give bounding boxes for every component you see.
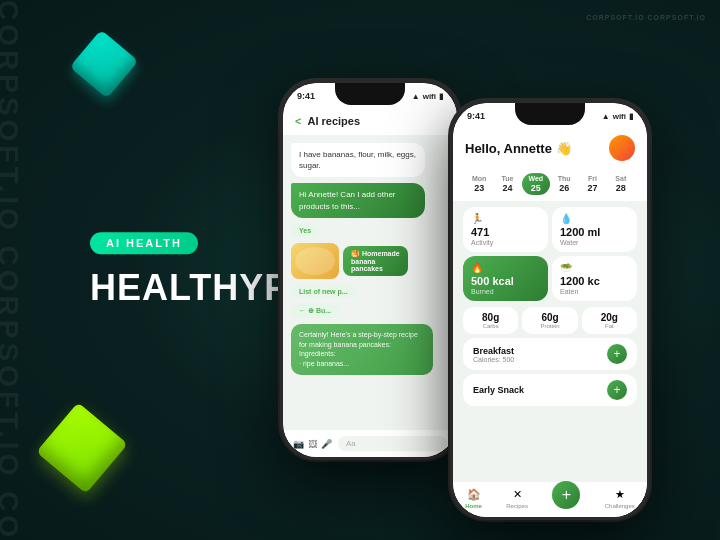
eaten-label: Eaten — [560, 288, 629, 295]
recipe-step-text: Certainly! Here's a step-by-step recipe … — [299, 331, 418, 367]
day-num-fri: 27 — [587, 183, 597, 193]
macros-row: 80g Carbs 60g Protein 20g Fat — [453, 307, 647, 338]
side-watermark: CORPSOFT.IO CORPSOFT.IO CORPSOFT.IO — [0, 0, 24, 540]
left-phone-screen: 9:41 ▲ wifi ▮ < AI recipes I have banana… — [283, 83, 457, 457]
camera-icon[interactable]: 📷 — [293, 439, 304, 449]
burned-label: Burned — [471, 288, 540, 295]
nav-add-button[interactable]: + — [552, 481, 580, 509]
chat-placeholder: Aa — [346, 439, 356, 448]
protein-label: Protein — [530, 323, 569, 329]
day-num-wed: 25 — [531, 183, 541, 193]
chat-bot-text: Hi Annette! Can I add other products to … — [299, 190, 396, 210]
recipe-step-card: Certainly! Here's a step-by-step recipe … — [291, 324, 433, 375]
day-num-mon: 23 — [474, 183, 484, 193]
breakfast-name: Breakfast — [473, 346, 514, 356]
recipes-header: < AI recipes — [283, 105, 457, 135]
fat-card: 20g Fat — [582, 307, 637, 334]
challenges-label: Challenges — [605, 503, 635, 509]
day-fri[interactable]: Fri 27 — [578, 173, 606, 195]
snack-info: Early Snack — [473, 385, 524, 395]
dashboard-header: Hello, Annette 👋 — [453, 125, 647, 169]
week-navigation: Mon 23 Tue 24 Wed 25 Thu 26 — [453, 169, 647, 201]
phone-notch-left — [335, 83, 405, 105]
protein-card: 60g Protein — [522, 307, 577, 334]
phone-notch-right — [515, 103, 585, 125]
home-icon: 🏠 — [467, 488, 481, 501]
nav-home[interactable]: 🏠 Home — [465, 488, 482, 509]
phones-container: 9:41 ▲ wifi ▮ < AI recipes I have banana… — [280, 20, 700, 520]
status-icons-left: ▲ wifi ▮ — [412, 92, 443, 101]
day-tue[interactable]: Tue 24 — [493, 173, 521, 195]
activity-icon: 🏃 — [471, 213, 540, 224]
day-mon[interactable]: Mon 23 — [465, 173, 493, 195]
activity-value: 471 — [471, 226, 540, 238]
back-button[interactable]: < — [295, 115, 301, 127]
recipes-screen: < AI recipes I have bananas, flour, milk… — [283, 105, 457, 457]
eaten-card: 🥗 1200 kc Eaten — [552, 256, 637, 301]
watermark-text: CORPSOFT.IO CORPSOFT.IO — [586, 14, 706, 21]
activity-card: 🏃 471 Activity — [463, 207, 548, 252]
recipes-icon: ✕ — [513, 488, 522, 501]
water-value: 1200 ml — [560, 226, 629, 238]
eaten-value: 1200 kc — [560, 275, 629, 287]
user-avatar[interactable] — [609, 135, 635, 161]
early-snack-card: Early Snack + — [463, 374, 637, 406]
nav-recipes[interactable]: ✕ Recipes — [506, 488, 528, 509]
list-products-button[interactable]: List of new p... — [291, 285, 356, 298]
ai-health-badge: AI HEALTH — [90, 232, 198, 254]
breakfast-card: Breakfast Calories: 500 + — [463, 338, 637, 370]
recipes-nav-label: Recipes — [506, 503, 528, 509]
fat-value: 20g — [590, 312, 629, 323]
day-name-sat: Sat — [615, 175, 626, 182]
battery-icon: ▮ — [439, 92, 443, 101]
activity-label: Activity — [471, 239, 540, 246]
bottom-navigation: 🏠 Home ✕ Recipes + ★ Challenges — [453, 482, 647, 517]
day-name-wed: Wed — [528, 175, 543, 182]
day-num-sat: 28 — [616, 183, 626, 193]
signal-icon: ▲ — [412, 92, 420, 101]
day-thu[interactable]: Thu 26 — [550, 173, 578, 195]
home-label: Home — [465, 503, 482, 509]
burned-card: 🔥 500 kcal Burned — [463, 256, 548, 301]
water-card: 💧 1200 ml Water — [552, 207, 637, 252]
right-phone: 9:41 ▲ wifi ▮ Hello, Annette 👋 — [450, 100, 650, 520]
fat-label: Fat — [590, 323, 629, 329]
carbs-value: 80g — [471, 312, 510, 323]
dashboard-screen: Hello, Annette 👋 Mon 23 Tue 24 Wed — [453, 125, 647, 517]
protein-value: 60g — [530, 312, 569, 323]
day-name-thu: Thu — [558, 175, 571, 182]
carbs-label: Carbs — [471, 323, 510, 329]
recipe-label: 🥞 Homemadebananapancakes — [343, 246, 408, 276]
signal-icon-right: ▲ — [602, 112, 610, 121]
mic-icon[interactable]: 🎤 — [321, 439, 332, 449]
meals-section: Breakfast Calories: 500 + Early Snack + — [453, 338, 647, 406]
carbs-card: 80g Carbs — [463, 307, 518, 334]
breakfast-calories: Calories: 500 — [473, 356, 514, 363]
challenges-icon: ★ — [615, 488, 625, 501]
image-icon[interactable]: 🖼 — [308, 439, 317, 449]
burned-icon: 🔥 — [471, 262, 540, 273]
back-option-button[interactable]: ← ⊕ Bu... — [291, 304, 339, 318]
pancake-image — [291, 243, 339, 279]
yes-button[interactable]: Yes — [291, 224, 319, 237]
left-phone: 9:41 ▲ wifi ▮ < AI recipes I have banana… — [280, 80, 460, 460]
burned-value: 500 kcal — [471, 275, 540, 287]
water-label: Water — [560, 239, 629, 246]
snack-name: Early Snack — [473, 385, 524, 395]
snack-add-button[interactable]: + — [607, 380, 627, 400]
day-num-tue: 24 — [502, 183, 512, 193]
breakfast-add-button[interactable]: + — [607, 344, 627, 364]
stats-grid: 🏃 471 Activity 💧 1200 ml Water 🔥 500 kca… — [453, 201, 647, 307]
chat-message-user: I have bananas, flour, milk, eggs, sugar… — [291, 143, 425, 177]
nav-challenges[interactable]: ★ Challenges — [605, 488, 635, 509]
day-num-thu: 26 — [559, 183, 569, 193]
day-sat[interactable]: Sat 28 — [607, 173, 635, 195]
day-name-fri: Fri — [588, 175, 597, 182]
pancake-result-row: 🥞 Homemadebananapancakes — [291, 243, 449, 279]
day-name-tue: Tue — [502, 175, 514, 182]
day-wed-active[interactable]: Wed 25 — [522, 173, 550, 195]
chat-area: I have bananas, flour, milk, eggs, sugar… — [283, 135, 457, 430]
greeting-text: Hello, Annette 👋 — [465, 141, 572, 156]
chat-input[interactable]: Aa — [338, 436, 447, 451]
right-phone-screen: 9:41 ▲ wifi ▮ Hello, Annette 👋 — [453, 103, 647, 517]
